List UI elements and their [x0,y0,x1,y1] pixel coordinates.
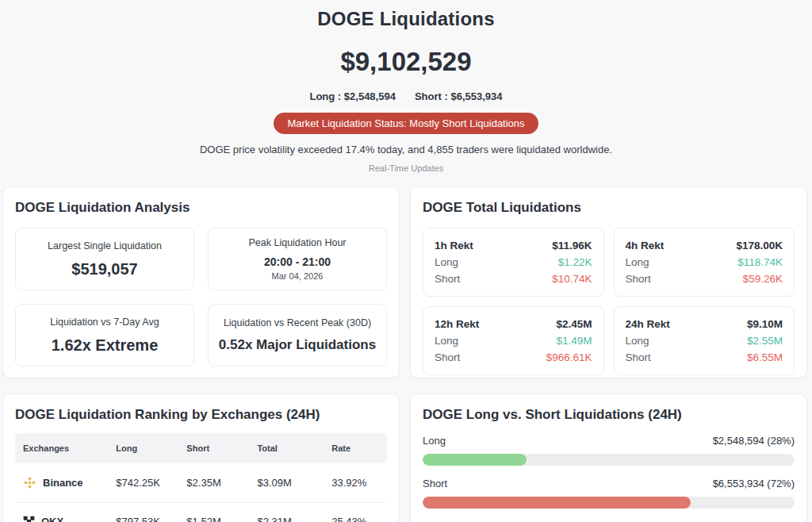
long-bar-label: Long [423,435,446,447]
row-total-value: $2.31M [249,503,324,522]
row-long-value: $797.53K [108,503,178,522]
rekt-short-label: Short [626,349,651,366]
short-bar-value: $6,553,934 (72%) [713,478,795,489]
short-total-label: Short : [415,90,448,102]
short-total-value: $6,553,934 [450,90,502,102]
rekt-card-12h: 12h Rekt$2.45M Long$1.49M Short$966.61K [423,306,604,375]
long-vs-short-card: DOGE Long vs. Short Liquidations (24H) L… [410,393,807,522]
totals-title: DOGE Total Liquidations [423,200,795,216]
volatility-summary: DOGE price volatility exceeded 17.4% tod… [0,144,812,155]
rekt-total: $178.00K [736,237,783,254]
rekt-short-value: $6.55M [747,349,783,366]
ranking-title: DOGE Liquidation Ranking by Exchanges (2… [15,407,387,423]
short-bar-label-row: Short $6,553,934 (72%) [423,478,795,489]
rekt-long-label: Long [435,254,458,271]
page-title: DOGE Liquidations [0,8,812,30]
rekt-period: 12h Rekt [435,316,479,332]
short-bar-label: Short [423,478,447,489]
stat-date: Mar 04, 2026 [272,271,324,281]
stat-value: 20:00 - 21:00 [264,255,331,268]
dashboard-grid: DOGE Liquidation Analysis Largest Single… [0,186,812,522]
exchange-ranking-card: DOGE Liquidation Ranking by Exchanges (2… [2,393,400,522]
long-total: Long : $2,548,594 [309,90,395,102]
col-long: Long [108,433,178,463]
total-liquidations-card: DOGE Total Liquidations 1h Rekt$11.96K L… [410,186,807,378]
rekt-long-label: Long [435,332,458,349]
stat-label: Largest Single Liquidation [48,240,162,251]
stat-vs-7day-avg: Liquidation vs 7-Day Avg 1.62x Extreme [15,304,194,367]
rekt-card-24h: 24h Rekt$9.10M Long$2.55M Short$6.55M [614,306,795,375]
header: DOGE Liquidations $9,102,529 Long : $2,5… [0,0,812,173]
totals-grid: 1h Rekt$11.96K Long$1.22K Short$10.74K 4… [423,228,795,375]
analysis-grid: Largest Single Liquidation $519,057 Peak… [15,228,387,367]
exchange-name-cell: OKX [23,516,100,522]
col-short: Short [178,433,249,463]
row-long-value: $742.25K [108,463,178,503]
rekt-total: $11.96K [552,237,592,254]
rekt-short-value: $10.74K [552,271,592,287]
row-short-value: $1.52M [178,503,249,522]
doge-liquidations-dashboard: DOGE Liquidations $9,102,529 Long : $2,5… [0,0,812,522]
long-bar-value: $2,548,594 (28%) [713,435,795,447]
short-bar-track [423,497,795,509]
exchange-name: OKX [41,516,63,522]
total-liquidations-value: $9,102,529 [0,47,812,77]
short-bar-fill [423,497,691,509]
col-exchanges: Exchanges [15,433,108,463]
exchange-name-cell: Binance [23,476,100,489]
row-rate-value: 25.43% [324,503,387,522]
rekt-card-1h: 1h Rekt$11.96K Long$1.22K Short$10.74K [423,228,604,297]
long-short-summary: Long : $2,548,594Short : $6,553,934 [0,90,812,102]
rekt-period: 24h Rekt [626,316,670,332]
rekt-short-label: Short [435,349,460,366]
stat-value: 0.52x Major Liquidations [219,337,376,353]
table-row-binance: Binance $742.25K $2.35M $3.09M 33.92% [15,463,387,503]
col-rate: Rate [324,433,387,463]
rekt-long-value: $2.55M [747,332,783,349]
stat-label: Liquidation vs 7-Day Avg [50,317,159,328]
long-bar-track [423,454,795,466]
rekt-period: 4h Rekt [626,237,665,254]
stat-vs-recent-peak: Liquidation vs Recent Peak (30D) 0.52x M… [208,304,387,367]
rekt-long-label: Long [626,254,649,271]
table-header-row: Exchanges Long Short Total Rate [15,433,387,463]
analysis-title: DOGE Liquidation Analysis [15,200,387,216]
realtime-updates-note: Real-Time Updates [0,163,812,173]
rekt-total: $2.45M [556,316,592,332]
long-bar-label-row: Long $2,548,594 (28%) [423,435,795,447]
liquidation-analysis-card: DOGE Liquidation Analysis Largest Single… [2,186,400,378]
stat-value: $519,057 [71,260,137,278]
rekt-short-label: Short [626,271,651,287]
rekt-long-label: Long [626,332,649,349]
long-vs-short-title: DOGE Long vs. Short Liquidations (24H) [423,407,795,423]
rekt-period: 1h Rekt [435,237,473,254]
row-short-value: $2.35M [178,463,249,503]
stat-peak-liquidation-hour: Peak Liquidation Hour 20:00 - 21:00 Mar … [208,228,387,290]
long-bar-fill [423,454,527,466]
short-total: Short : $6,553,934 [415,90,503,102]
row-total-value: $3.09M [249,463,324,503]
okx-icon [23,516,35,522]
rekt-card-4h: 4h Rekt$178.00K Long$118.74K Short$59.26… [614,228,795,297]
long-total-label: Long : [309,90,341,102]
stat-largest-single-liquidation: Largest Single Liquidation $519,057 [15,228,194,290]
rekt-short-value: $966.61K [546,349,592,366]
rekt-short-label: Short [435,271,460,287]
table-row-okx: OKX $797.53K $1.52M $2.31M 25.43% [15,503,387,522]
row-rate-value: 33.92% [324,463,387,503]
stat-value: 1.62x Extreme [52,336,159,355]
rekt-long-value: $1.49M [556,332,592,349]
rekt-total: $9.10M [747,316,783,332]
stat-label: Liquidation vs Recent Peak (30D) [224,317,371,328]
stat-label: Peak Liquidation Hour [249,237,347,248]
rekt-long-value: $1.22K [558,254,592,271]
rekt-long-value: $118.74K [737,254,783,271]
long-total-value: $2,548,594 [344,90,396,102]
col-total: Total [249,433,324,463]
exchange-name: Binance [43,477,83,489]
rekt-short-value: $59.26K [743,271,783,287]
exchange-ranking-table: Exchanges Long Short Total Rate Binance [15,433,387,522]
status-badge: Market Liquidation Status: Mostly Short … [274,113,538,134]
binance-icon [23,476,36,489]
